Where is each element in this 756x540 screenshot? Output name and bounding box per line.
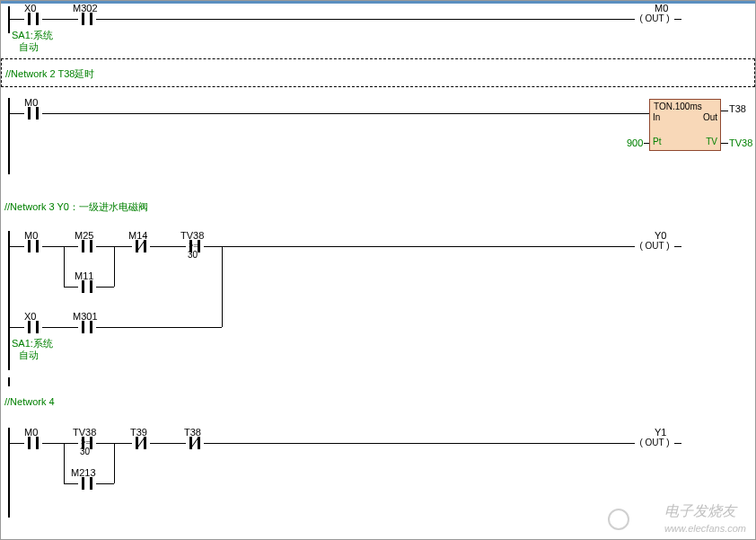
- wire: [674, 19, 681, 20]
- rail-n4: [8, 428, 10, 518]
- wire: [42, 443, 78, 444]
- wire: [42, 246, 78, 247]
- contact-t39[interactable]: [132, 437, 150, 449]
- contact-m0-n4[interactable]: [24, 437, 42, 449]
- network2-header: //Network 2 T38延时: [1, 58, 755, 87]
- label-m0-n2: M0: [24, 97, 38, 108]
- label-m14: M14: [128, 230, 147, 241]
- comment-sa1-2: 自动: [19, 40, 39, 54]
- cmp-val-n4: 30: [80, 447, 90, 456]
- contact-m0-n2[interactable]: [24, 107, 42, 120]
- wire: [150, 443, 186, 444]
- wire: [64, 287, 78, 288]
- wire: [64, 246, 65, 287]
- label-m25: M25: [75, 230, 93, 241]
- contact-m25[interactable]: [78, 240, 96, 252]
- rail-n1: [8, 6, 10, 33]
- wire: [10, 327, 24, 328]
- contact-m11[interactable]: [78, 280, 96, 293]
- label-tv38-n4: TV38: [73, 427, 96, 438]
- wire: [644, 143, 649, 144]
- rail-n2: [8, 98, 10, 174]
- function-box-ton[interactable]: TON.100ms In Out Pt TV: [649, 99, 721, 151]
- rail-n3b: [8, 377, 10, 386]
- contact-x0[interactable]: [24, 13, 42, 25]
- contact-m302[interactable]: [78, 13, 96, 25]
- label-tv38: TV38: [729, 137, 752, 148]
- wire: [10, 246, 24, 247]
- top-border: [1, 1, 755, 4]
- coil-y0[interactable]: ( OUT ): [635, 240, 674, 252]
- cmp-ge-n4: >=: [81, 438, 91, 447]
- wire: [114, 246, 115, 287]
- wire: [10, 113, 24, 114]
- network2-title: //Network 2 T38延时: [5, 67, 94, 81]
- wire: [96, 483, 114, 484]
- contact-m0-n3[interactable]: [24, 240, 42, 252]
- cmp-ge: >=: [189, 241, 198, 250]
- label-t39: T39: [130, 427, 147, 438]
- contact-t38-n4[interactable]: [186, 437, 204, 449]
- wire: [114, 443, 115, 483]
- fbox-pt: Pt: [653, 137, 661, 146]
- label-m301: M301: [73, 311, 98, 322]
- fbox-out: Out: [703, 112, 717, 122]
- cmp-val: 30: [188, 250, 198, 260]
- fbox-tv: TV: [706, 137, 717, 146]
- label-x0-n3: X0: [24, 311, 36, 322]
- wire: [204, 443, 635, 444]
- contact-m213[interactable]: [78, 477, 96, 490]
- wire: [42, 113, 649, 114]
- network3-title: //Network 3 Y0：一级进水电磁阀: [4, 200, 148, 214]
- wire: [64, 443, 65, 483]
- label-t38: T38: [729, 103, 746, 114]
- watermark-logo: [608, 509, 629, 530]
- label-m302: M302: [73, 3, 98, 13]
- wire: [721, 143, 728, 144]
- fbox-in: In: [653, 112, 660, 122]
- wire: [96, 327, 222, 328]
- label-t38-n4: T38: [184, 427, 201, 438]
- label-tv38-n3: TV38: [180, 230, 204, 241]
- wire: [10, 19, 24, 20]
- wire: [10, 443, 24, 444]
- wire: [204, 246, 635, 247]
- wire: [721, 111, 728, 111]
- label-m0-n3: M0: [24, 230, 38, 241]
- wire: [64, 483, 78, 484]
- wire: [674, 246, 681, 247]
- contact-m301[interactable]: [78, 321, 96, 333]
- wire: [96, 19, 635, 20]
- contact-x0-n3[interactable]: [24, 321, 42, 333]
- network4-title: //Network 4: [4, 396, 55, 407]
- rail-n3: [8, 231, 10, 370]
- label-x0: X0: [24, 3, 36, 13]
- label-m0-n4: M0: [24, 427, 38, 438]
- wire: [96, 287, 114, 288]
- wire: [150, 246, 186, 247]
- label-m213: M213: [71, 467, 96, 478]
- comment-sa1-n3-2: 自动: [19, 349, 39, 362]
- wire: [42, 19, 78, 20]
- wire: [222, 246, 223, 327]
- pt-value: 900: [627, 137, 643, 148]
- label-m11: M11: [75, 270, 93, 281]
- coil-m0[interactable]: ( OUT ): [635, 13, 674, 25]
- watermark: 电子发烧友 www.elecfans.com: [664, 502, 746, 535]
- wire: [674, 443, 681, 444]
- coil-y1[interactable]: ( OUT ): [635, 437, 674, 449]
- fbox-title: TON.100ms: [654, 102, 702, 111]
- contact-m14[interactable]: [132, 240, 150, 252]
- wire: [42, 327, 78, 328]
